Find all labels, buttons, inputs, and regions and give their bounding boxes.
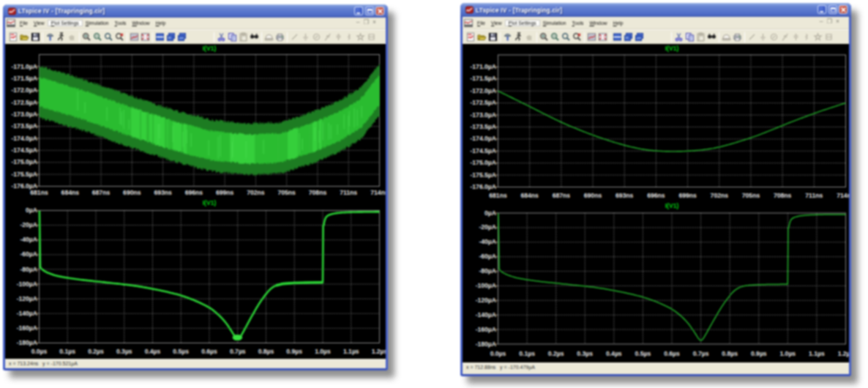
svg-text:1.2µs: 1.2µs (838, 350, 849, 357)
svg-text:-174.5µA: -174.5µA (470, 147, 496, 154)
svg-text:-180µA: -180µA (476, 340, 496, 348)
svg-text:0.9µs: 0.9µs (751, 350, 767, 357)
svg-text:0.1µs: 0.1µs (519, 350, 535, 357)
svg-text:0.3µs: 0.3µs (577, 350, 593, 357)
svg-text:-172.0µA: -172.0µA (470, 87, 496, 94)
svg-text:0.5µs: 0.5µs (635, 350, 651, 357)
svg-text:705ns: 705ns (278, 189, 296, 196)
svg-text:0.3µs: 0.3µs (116, 348, 132, 355)
svg-text:714ns: 714ns (370, 189, 386, 196)
svg-text:693ns: 693ns (154, 189, 172, 196)
svg-text:-172.5µA: -172.5µA (11, 99, 37, 106)
svg-text:-40µA: -40µA (479, 238, 496, 245)
svg-text:699ns: 699ns (216, 189, 234, 196)
svg-text:0.0µs: 0.0µs (31, 348, 48, 355)
svg-text:-175.0µA: -175.0µA (11, 158, 37, 165)
svg-text:1.1µs: 1.1µs (809, 350, 825, 357)
svg-text:-160µA: -160µA (17, 324, 37, 332)
svg-text:-20µA: -20µA (479, 223, 496, 231)
svg-text:684ns: 684ns (521, 192, 539, 199)
svg-text:0.7µs: 0.7µs (693, 350, 709, 357)
svg-text:-20µA: -20µA (20, 221, 37, 228)
svg-text:702ns: 702ns (711, 192, 729, 199)
svg-text:0.6µs: 0.6µs (664, 350, 680, 357)
svg-text:0.2µs: 0.2µs (88, 348, 104, 355)
svg-text:-120µA: -120µA (17, 295, 37, 302)
svg-text:-171.0µA: -171.0µA (11, 63, 37, 70)
svg-text:0µA: 0µA (26, 206, 37, 214)
svg-text:-176.0µA: -176.0µA (470, 183, 496, 190)
svg-text:1.2µs: 1.2µs (372, 348, 386, 355)
svg-text:705ns: 705ns (742, 192, 760, 199)
svg-text:687ns: 687ns (553, 192, 571, 199)
svg-text:687ns: 687ns (92, 189, 111, 196)
svg-text:I(V1): I(V1) (203, 45, 217, 52)
svg-text:1.1µs: 1.1µs (343, 348, 359, 355)
svg-text:-173.5µA: -173.5µA (470, 123, 496, 130)
svg-text:-171.5µA: -171.5µA (11, 75, 37, 82)
svg-text:-173.0µA: -173.0µA (11, 111, 37, 118)
svg-text:-172.5µA: -172.5µA (470, 99, 496, 106)
svg-text:696ns: 696ns (185, 189, 203, 196)
svg-text:-80µA: -80µA (479, 267, 496, 275)
svg-text:-180µA: -180µA (17, 339, 37, 346)
svg-text:-40µA: -40µA (20, 236, 37, 243)
svg-text:0.5µs: 0.5µs (173, 348, 189, 355)
svg-text:-174.0µA: -174.0µA (11, 135, 37, 142)
svg-text:-174.5µA: -174.5µA (11, 146, 37, 154)
svg-text:0.2µs: 0.2µs (548, 350, 564, 357)
svg-text:1.0µs: 1.0µs (779, 350, 796, 357)
svg-text:-172.0µA: -172.0µA (11, 86, 37, 94)
svg-text:0.8µs: 0.8µs (258, 348, 274, 355)
svg-text:714ns: 714ns (837, 192, 849, 199)
svg-text:699ns: 699ns (678, 192, 697, 199)
svg-text:-160µA: -160µA (476, 326, 496, 333)
svg-text:-173.0µA: -173.0µA (470, 111, 496, 119)
svg-text:I(V1): I(V1) (665, 202, 679, 209)
svg-text:690ns: 690ns (123, 189, 141, 196)
svg-text:-173.5µA: -173.5µA (11, 122, 37, 130)
svg-text:684ns: 684ns (61, 189, 80, 196)
svg-text:I(V1): I(V1) (665, 45, 679, 52)
svg-text:696ns: 696ns (647, 192, 665, 199)
svg-text:681ns: 681ns (30, 189, 48, 196)
svg-text:0.9µs: 0.9µs (286, 348, 302, 355)
svg-text:0.4µs: 0.4µs (145, 348, 161, 355)
svg-text:1.0µs: 1.0µs (315, 348, 331, 355)
svg-text:-100µA: -100µA (17, 280, 37, 288)
svg-text:-60µA: -60µA (20, 250, 37, 258)
svg-text:0.0µs: 0.0µs (490, 350, 506, 357)
svg-text:708ns: 708ns (309, 189, 327, 196)
svg-text:-171.0µA: -171.0µA (470, 63, 496, 70)
svg-text:-175.5µA: -175.5µA (11, 171, 37, 178)
svg-text:693ns: 693ns (616, 192, 634, 199)
svg-text:-175.5µA: -175.5µA (470, 171, 496, 179)
svg-text:0.6µs: 0.6µs (201, 348, 217, 355)
svg-text:-171.5µA: -171.5µA (470, 75, 496, 82)
svg-text:711ns: 711ns (340, 189, 357, 196)
svg-text:-174.0µA: -174.0µA (470, 135, 496, 142)
svg-text:-140µA: -140µA (476, 311, 496, 318)
svg-text:-120µA: -120µA (476, 296, 496, 304)
svg-text:-175.0µA: -175.0µA (470, 159, 496, 166)
svg-text:711ns: 711ns (805, 192, 823, 199)
svg-text:0.1µs: 0.1µs (59, 348, 75, 355)
svg-text:708ns: 708ns (774, 192, 792, 199)
svg-text:702ns: 702ns (247, 189, 265, 196)
svg-text:0.8µs: 0.8µs (722, 350, 738, 357)
svg-text:0µA: 0µA (484, 209, 496, 217)
svg-text:0.7µs: 0.7µs (230, 348, 246, 355)
svg-text:-100µA: -100µA (476, 282, 496, 289)
svg-text:681ns: 681ns (489, 192, 507, 199)
svg-text:-60µA: -60µA (479, 253, 496, 260)
svg-text:-80µA: -80µA (20, 266, 37, 273)
svg-text:I(V1): I(V1) (203, 199, 217, 206)
svg-text:0.4µs: 0.4µs (606, 350, 622, 357)
svg-text:-140µA: -140µA (17, 310, 37, 317)
svg-text:690ns: 690ns (584, 192, 602, 199)
